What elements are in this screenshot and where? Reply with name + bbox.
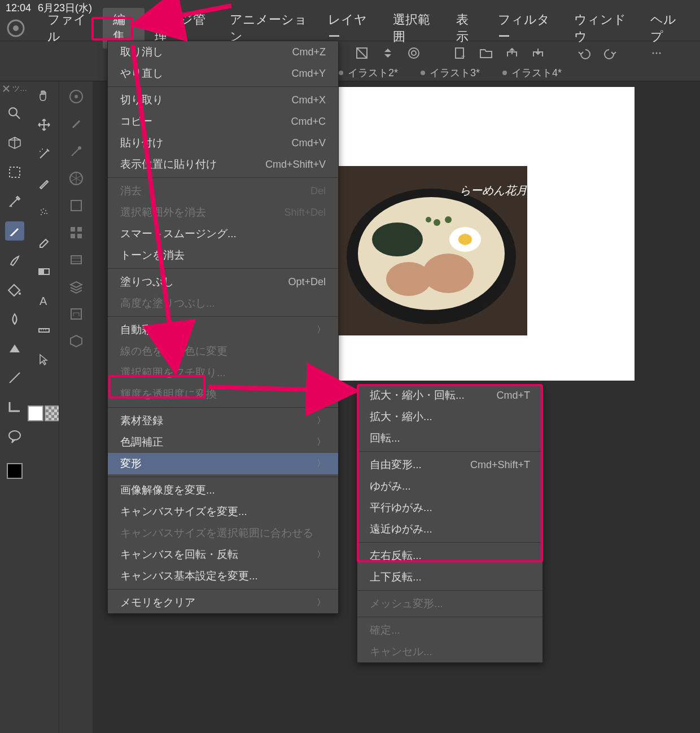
film-panel-icon[interactable] — [68, 252, 84, 268]
spiral-icon[interactable] — [405, 45, 422, 62]
gradient-tool-icon[interactable] — [34, 262, 54, 281]
svg-point-4 — [412, 51, 416, 55]
swatch-transparent[interactable] — [45, 405, 60, 421]
marquee-tool-icon[interactable] — [5, 163, 24, 182]
move-tool-icon[interactable] — [34, 115, 54, 134]
transform-menu-item[interactable]: 拡大・縮小... — [357, 406, 542, 427]
svg-point-8 — [656, 52, 658, 54]
svg-point-28 — [75, 95, 78, 98]
polyline-tool-icon[interactable] — [5, 398, 24, 417]
edit-menu-item[interactable]: 自動彩色〉 — [108, 319, 338, 341]
svg-text:+: + — [461, 53, 465, 60]
menu-選択範囲[interactable]: 選択範囲 — [383, 8, 446, 49]
edit-menu-item[interactable]: 画像解像度を変更... — [108, 479, 338, 501]
edit-menu-item[interactable]: キャンバスサイズを変更... — [108, 501, 338, 522]
edit-menu-item[interactable]: トーンを消去 — [108, 245, 338, 266]
redo-icon[interactable] — [602, 45, 619, 62]
layers-panel-icon[interactable] — [68, 279, 84, 295]
nav-target-icon[interactable] — [68, 88, 85, 105]
open-folder-icon[interactable] — [478, 45, 495, 62]
swatch-black[interactable] — [7, 463, 23, 479]
eraser-tool-icon[interactable] — [34, 233, 54, 252]
tab-illust4[interactable]: イラスト4* — [502, 66, 562, 80]
edit-menu-item[interactable]: メモリをクリア〉 — [108, 592, 338, 613]
canvas[interactable]: らーめん花月嵐 — [330, 87, 635, 381]
cube-select-tool-icon[interactable] — [5, 133, 24, 152]
pencil-tool-icon[interactable] — [34, 174, 54, 193]
edit-menu-item[interactable]: コピーCmd+C — [108, 111, 338, 132]
fill-tool-icon[interactable] — [5, 280, 24, 299]
menu-ファイル[interactable]: ファイル — [37, 8, 103, 49]
edit-menu-item[interactable]: 表示位置に貼り付けCmd+Shift+V — [108, 154, 338, 175]
grid-panel-icon[interactable] — [68, 225, 84, 241]
menu-表示[interactable]: 表示 — [446, 8, 488, 49]
magnifier-tool-icon[interactable] — [5, 104, 24, 123]
line-tool-icon[interactable] — [5, 368, 24, 387]
color-swatches-2[interactable] — [27, 404, 62, 422]
swatches-panel-icon[interactable] — [68, 198, 84, 213]
transform-menu-item: メッシュ変形... — [357, 593, 542, 614]
menu-ヘルプ[interactable]: ヘルプ — [640, 8, 694, 49]
transform-menu-item[interactable]: 回転... — [357, 427, 542, 449]
transform-menu-item[interactable]: 上下反転... — [357, 566, 542, 588]
hand-tool-icon[interactable] — [34, 86, 54, 105]
edit-menu-item[interactable]: 取り消しCmd+Z — [108, 41, 338, 63]
aux-panel-column — [59, 81, 93, 733]
edit-menu-item[interactable]: キャンバスを回転・反転〉 — [108, 544, 338, 565]
svg-rect-36 — [71, 256, 81, 264]
swatch-white[interactable] — [28, 405, 43, 421]
undo-icon[interactable] — [576, 45, 593, 62]
svg-text:らーめん花月嵐: らーめん花月嵐 — [460, 184, 527, 197]
text-tool-icon[interactable]: A — [34, 291, 54, 311]
color-wheel-icon[interactable] — [68, 171, 84, 186]
more-icon[interactable] — [648, 45, 665, 62]
svg-point-44 — [423, 254, 474, 293]
ruler-tool-icon[interactable] — [34, 321, 54, 340]
balloon-tool-icon[interactable] — [5, 427, 24, 446]
toggle-icon[interactable] — [353, 45, 370, 62]
edit-menu-item[interactable]: キャンバス基本設定を変更... — [108, 565, 338, 587]
history-panel-icon[interactable] — [68, 306, 84, 322]
material-panel-icon[interactable] — [68, 333, 84, 349]
eyedropper-tool-icon[interactable] — [5, 192, 24, 211]
menu-ウィンドウ[interactable]: ウィンドウ — [564, 8, 641, 49]
shape-tool-icon[interactable] — [5, 339, 24, 358]
wand-tool-icon[interactable] — [34, 145, 54, 164]
edit-menu-item[interactable]: 変形〉 — [108, 453, 338, 474]
menu-フィルター[interactable]: フィルター — [488, 8, 564, 49]
expand-icon[interactable] — [379, 45, 396, 62]
brush-panel-icon[interactable] — [68, 116, 84, 132]
export-icon[interactable] — [530, 45, 546, 62]
save-icon[interactable] — [504, 45, 520, 62]
transform-menu-item[interactable]: 左右反転... — [357, 545, 542, 566]
transform-menu-item[interactable]: 遠近ゆがみ... — [357, 518, 542, 540]
svg-point-41 — [372, 222, 423, 256]
transform-submenu[interactable]: 拡大・縮小・回転...Cmd+T拡大・縮小...回転...自由変形...Cmd+… — [357, 384, 543, 663]
new-file-icon[interactable]: + — [452, 45, 469, 62]
svg-point-20 — [44, 213, 45, 214]
color-swatches[interactable] — [6, 462, 24, 480]
edit-menu-item[interactable]: 色調補正〉 — [108, 431, 338, 453]
arrow-tool-icon[interactable] — [34, 350, 54, 369]
brush-tool-icon[interactable] — [5, 251, 24, 270]
svg-point-29 — [78, 146, 81, 150]
brush-settings-icon[interactable] — [68, 143, 84, 159]
edit-menu-item[interactable]: 貼り付けCmd+V — [108, 132, 338, 154]
svg-point-43 — [458, 234, 472, 245]
tab-illust3[interactable]: イラスト3* — [421, 66, 480, 80]
tab-illust2[interactable]: イラスト2* — [339, 66, 398, 80]
edit-menu-item[interactable]: 切り取りCmd+X — [108, 89, 338, 111]
edit-menu-dropdown[interactable]: 取り消しCmd+Zやり直しCmd+Y切り取りCmd+XコピーCmd+C貼り付けC… — [107, 41, 339, 614]
transform-menu-item[interactable]: 平行ゆがみ... — [357, 497, 542, 518]
airbrush-tool-icon[interactable] — [34, 203, 54, 222]
pen-tool-icon[interactable] — [5, 221, 24, 241]
edit-menu-item[interactable]: やり直しCmd+Y — [108, 63, 338, 84]
blur-tool-icon[interactable] — [5, 309, 24, 329]
transform-menu-item[interactable]: ゆがみ... — [357, 475, 542, 497]
edit-menu-item[interactable]: スマートスムージング... — [108, 223, 338, 245]
svg-point-14 — [40, 151, 41, 152]
transform-menu-item[interactable]: 拡大・縮小・回転...Cmd+T — [357, 385, 542, 406]
edit-menu-item[interactable]: 素材登録〉 — [108, 410, 338, 431]
transform-menu-item[interactable]: 自由変形...Cmd+Shift+T — [357, 454, 542, 475]
edit-menu-item[interactable]: 塗りつぶしOpt+Del — [108, 271, 338, 293]
